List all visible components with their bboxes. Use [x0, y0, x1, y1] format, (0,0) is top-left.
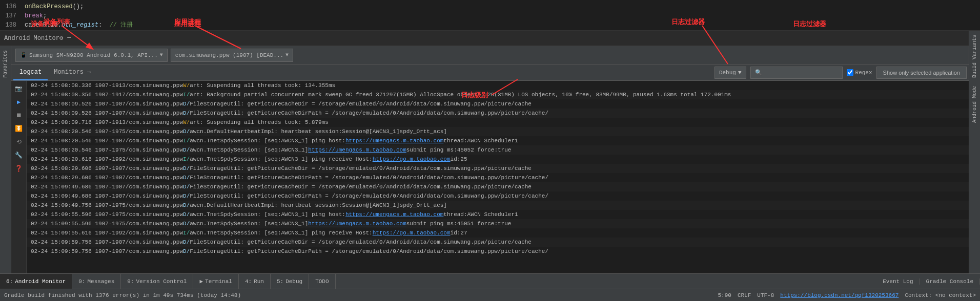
- search-input[interactable]: [764, 70, 838, 76]
- line-endings: CRLF: [738, 292, 751, 298]
- tab-monitors[interactable]: Monitors →: [48, 64, 97, 80]
- app-label: com.simuwang.ppw (1907) [DEAD...: [175, 52, 283, 58]
- android-monitor-header: Android Monitor ⚙ —: [0, 31, 980, 46]
- bottom-tab-todo[interactable]: TODO: [309, 274, 335, 289]
- left-vertical-tabs: Favorites: [0, 46, 11, 273]
- app-dropdown-arrow: ▼: [285, 52, 289, 58]
- log-row: 02-24 15:08:20.616 1907-1992/com.simuwan…: [27, 155, 969, 164]
- logcat-tabs-row: logcat Monitors → Debug ▼ 🔍 Regex Show o…: [11, 64, 969, 81]
- log-row: 02-24 15:08:20.546 1907-1907/com.simuwan…: [27, 136, 969, 145]
- tab-logcat-label: logcat: [19, 69, 42, 76]
- log-row: 02-24 15:09:59.756 1907-1907/com.simuwan…: [27, 247, 969, 256]
- log-row: 02-24 15:09:55.616 1907-1992/com.simuwan…: [27, 228, 969, 238]
- debug-level-label: Debug: [719, 70, 736, 76]
- app-dropdown[interactable]: com.simuwang.ppw (1907) [DEAD... ▼: [171, 49, 293, 62]
- bottom-tab-version-control[interactable]: 9: Version Control: [121, 274, 193, 289]
- bottom-tabs: 6: Android Monitor 0: Messages 9: Versio…: [0, 273, 980, 289]
- version-control-tab-label: Version Control: [136, 278, 187, 285]
- log-row: 02-24 15:08:09.526 1907-1907/com.simuwan…: [27, 109, 969, 118]
- line-numbers: 136 137 138: [0, 0, 21, 30]
- event-log-label: Event Log: [883, 278, 913, 285]
- code-editor: 136 137 138 onBackPressed(); break; case…: [0, 0, 980, 31]
- todo-tab-label: TODO: [315, 278, 329, 285]
- bottom-tab-android-monitor[interactable]: 6: Android Monitor: [0, 274, 72, 289]
- favorites-tab[interactable]: Favorites: [2, 46, 9, 82]
- log-row: 02-24 15:08:29.606 1907-1907/com.simuwan…: [27, 164, 969, 173]
- clear-icon[interactable]: ⟲: [13, 136, 25, 147]
- messages-tab-label: Messages: [87, 278, 114, 285]
- search-box[interactable]: 🔍: [750, 67, 843, 79]
- regex-option[interactable]: Regex: [847, 69, 872, 76]
- config-icon[interactable]: 🔧: [13, 149, 25, 161]
- terminal-tab-label: Terminal: [205, 278, 232, 285]
- log-row: 02-24 15:09:59.756 1907-1907/com.simuwan…: [27, 238, 969, 247]
- log-url[interactable]: https://umengacs.m.taobao.com: [345, 138, 443, 144]
- run-tab-label: Run: [254, 278, 264, 285]
- encoding: UTF-8: [757, 292, 774, 298]
- messages-tab-num: 0:: [78, 278, 85, 285]
- log-row: 02-24 15:08:09.526 1907-1907/com.simuwan…: [27, 99, 969, 109]
- phone-icon: 📱: [20, 52, 27, 58]
- settings-icon[interactable]: ⚙: [59, 34, 63, 42]
- log-url[interactable]: https://umengacs.m.taobao.com: [308, 147, 406, 153]
- context-info: Context: <no context>: [905, 292, 976, 298]
- bottom-tab-messages[interactable]: 0: Messages: [72, 274, 121, 289]
- android-monitor-tab-label: Android Monitor: [15, 278, 66, 285]
- help-icon[interactable]: ❓: [13, 163, 25, 174]
- device-dropdown-arrow: ▼: [160, 52, 163, 58]
- show-selected-label: Show only selected application: [883, 70, 960, 76]
- logcat-left-sidebar: 📷 ▶ ⏹ ⏬ ⟲ 🔧 ❓: [11, 81, 27, 273]
- bottom-tab-event-log[interactable]: Event Log: [876, 278, 920, 285]
- regex-checkbox[interactable]: [847, 69, 853, 76]
- right-sidebar: Build Variants Android Mode: [969, 31, 980, 273]
- log-url[interactable]: https://umengacs.m.taobao.com: [308, 221, 406, 227]
- bottom-tab-run[interactable]: 4: Run: [239, 274, 271, 289]
- log-url[interactable]: https://go.m.taobao.com: [373, 156, 451, 162]
- device-dropdown[interactable]: 📱 Samsung SM-N9200 Android 6.0.1, API...…: [15, 49, 168, 62]
- bottom-tab-gradle-console[interactable]: Gradle Console: [920, 278, 980, 285]
- tab-logcat[interactable]: logcat: [13, 64, 48, 80]
- minimize-icon[interactable]: —: [67, 34, 71, 42]
- version-control-tab-num: 9:: [127, 278, 134, 285]
- log-content: 02-24 15:08:08.336 1907-1913/com.simuwan…: [27, 81, 969, 273]
- log-row: 02-24 15:09:49.756 1907-1975/com.simuwan…: [27, 201, 969, 210]
- play-icon[interactable]: ▶: [13, 96, 25, 107]
- log-row: 02-24 15:09:55.596 1907-1975/com.simuwan…: [27, 210, 969, 219]
- log-row: 02-24 15:08:08.336 1907-1913/com.simuwan…: [27, 81, 969, 90]
- device-label: Samsung SM-N9200 Android 6.0.1, API...: [29, 52, 158, 58]
- android-monitor-title: Android Monitor: [4, 35, 59, 42]
- stop-icon[interactable]: ⏹: [13, 110, 25, 121]
- code-content: onBackPressed(); break; case R.id.btn_re…: [21, 0, 980, 30]
- log-row: 02-24 15:08:20.546 1907-1975/com.simuwan…: [27, 127, 969, 136]
- csdn-url[interactable]: https://blog.csdn.net/qqf1320253667: [780, 292, 899, 298]
- log-url[interactable]: https://umengacs.m.taobao.com: [345, 211, 443, 218]
- terminal-tab-icon: ▶: [199, 278, 203, 285]
- toolbar-row: 📱 Samsung SM-N9200 Android 6.0.1, API...…: [11, 46, 969, 64]
- log-row: 02-24 15:08:09.716 1907-1913/com.simuwan…: [27, 118, 969, 127]
- log-row: 02-24 15:08:20.546 1907-1975/com.simuwan…: [27, 145, 969, 155]
- debug-tab-num: 5:: [277, 278, 283, 285]
- build-message: Gradle build finished with 1376 error(s)…: [4, 292, 241, 298]
- camera-icon[interactable]: 📷: [13, 83, 25, 94]
- log-area: 📷 ▶ ⏹ ⏬ ⟲ 🔧 ❓ 02-24 15:08:08.336 1907-19…: [11, 81, 969, 273]
- tab-monitors-label: Monitors →: [54, 69, 91, 76]
- status-bar: Gradle build finished with 1376 error(s)…: [0, 289, 980, 301]
- log-row: 02-24 15:08:08.356 1907-1917/com.simuwan…: [27, 90, 969, 99]
- android-monitor-tab-num: 6:: [6, 278, 13, 285]
- bottom-tab-terminal[interactable]: ▶ Terminal: [193, 274, 238, 289]
- log-url[interactable]: https://go.m.taobao.com: [373, 230, 451, 236]
- show-selected-button[interactable]: Show only selected application: [876, 67, 967, 79]
- log-row: 02-24 15:08:29.606 1907-1907/com.simuwan…: [27, 173, 969, 182]
- debug-level-dropdown[interactable]: Debug ▼: [714, 67, 746, 79]
- logcat-controls: Debug ▼ 🔍 Regex Show only selected appli…: [714, 64, 967, 80]
- regex-label: Regex: [855, 70, 872, 76]
- cursor-position: 5:90: [718, 292, 731, 298]
- log-row: 02-24 15:09:49.686 1907-1907/com.simuwan…: [27, 191, 969, 201]
- scroll-end-icon[interactable]: ⏬: [13, 123, 25, 134]
- log-row: 02-24 15:09:49.686 1907-1907/com.simuwan…: [27, 182, 969, 191]
- android-mode-tab[interactable]: Android Mode: [971, 82, 978, 127]
- debug-tab-label: Debug: [285, 278, 302, 285]
- bottom-tab-debug[interactable]: 5: Debug: [271, 274, 309, 289]
- build-variants-tab[interactable]: Build Variants: [971, 31, 978, 82]
- debug-dropdown-arrow: ▼: [738, 70, 742, 76]
